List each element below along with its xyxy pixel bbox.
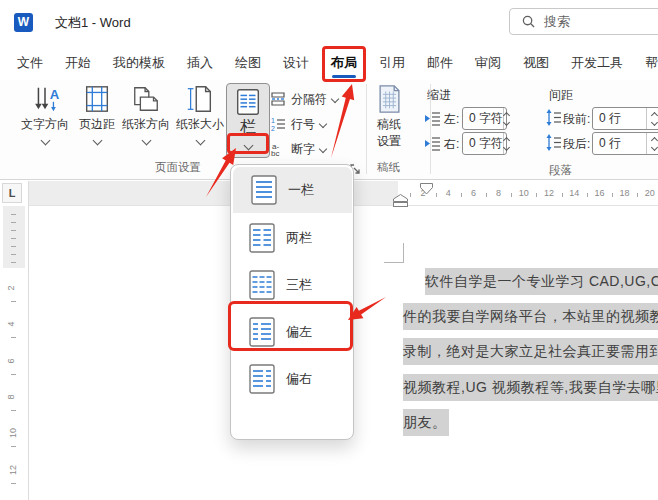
- orientation-label: 纸张方向: [122, 116, 170, 133]
- word-logo-icon: W: [14, 13, 33, 32]
- ruler-tick: [11, 301, 16, 302]
- ruler-number: 4: [6, 322, 16, 327]
- left-indent-marker[interactable]: [393, 194, 408, 207]
- indent-right-value: 0 字符: [463, 135, 503, 152]
- tab-layout[interactable]: 布局: [330, 50, 358, 76]
- spinner-arrows-icon[interactable]: [646, 108, 658, 129]
- tab-layout-label: 布局: [331, 55, 357, 70]
- ruler-number: 14: [569, 188, 579, 198]
- margins-button[interactable]: 页边距: [72, 84, 122, 158]
- hyphenation-icon: a- bc: [270, 141, 286, 157]
- ruler-tick: [587, 193, 588, 197]
- menu-item-left-narrow[interactable]: 偏左: [231, 308, 353, 355]
- first-line-indent-marker[interactable]: [420, 183, 433, 195]
- chevron-down-icon: [195, 136, 205, 146]
- columns-label: 栏: [240, 117, 256, 138]
- tab-mailings[interactable]: 邮件: [426, 50, 454, 76]
- genko-label-2: 设置: [377, 133, 401, 150]
- ruler-tick: [11, 483, 16, 484]
- space-after-label: 段后:: [563, 136, 590, 153]
- spinner-arrows-icon[interactable]: [503, 133, 509, 154]
- hyphenation-button[interactable]: a- bc 断字: [270, 138, 326, 160]
- indent-left-value: 0 字符: [463, 110, 503, 127]
- text-direction-button[interactable]: A 文字方向: [19, 84, 71, 158]
- chevron-down-icon: [92, 136, 102, 146]
- columns-dropdown-menu: 一栏 两栏 三栏: [230, 164, 354, 440]
- vertical-ruler[interactable]: 24681012: [0, 206, 28, 500]
- tab-view[interactable]: 视图: [522, 50, 550, 76]
- text-boundary-crop-mark: [403, 243, 404, 263]
- columns-icon: [233, 87, 263, 117]
- space-before-label: 段前:: [563, 111, 590, 128]
- tab-home[interactable]: 开始: [64, 50, 92, 76]
- line-numbers-icon: 1 2: [270, 116, 286, 132]
- one-column-icon: [251, 175, 277, 205]
- ruler-number: 10: [8, 428, 18, 438]
- tab-design[interactable]: 设计: [282, 50, 310, 76]
- text-direction-icon: A: [30, 84, 60, 114]
- paper-size-button[interactable]: 纸张大小: [174, 84, 226, 158]
- genko-label-1: 稿纸: [377, 116, 401, 133]
- text-direction-label: 文字方向: [21, 116, 69, 133]
- ruler-tick: [11, 230, 16, 231]
- menu-item-right-narrow[interactable]: 偏右: [231, 355, 353, 402]
- ruler-number: 16: [594, 188, 604, 198]
- ruler-tick: [11, 246, 16, 247]
- orientation-icon: [131, 84, 161, 114]
- ruler-tick: [511, 193, 512, 197]
- columns-button[interactable]: 栏: [226, 83, 270, 158]
- indent-heading: 缩进: [427, 87, 451, 104]
- ruler-tick: [536, 193, 537, 197]
- paper-size-icon: [185, 84, 215, 114]
- menu-item-two-columns[interactable]: 两栏: [231, 214, 353, 261]
- document-text-line[interactable]: 件的我要自学网络平台，本站里的视频教: [403, 303, 658, 330]
- tab-draw[interactable]: 绘图: [234, 50, 262, 76]
- menu-item-one-column[interactable]: 一栏: [233, 167, 352, 213]
- indent-right-spinner[interactable]: 0 字符: [462, 132, 507, 155]
- tab-references[interactable]: 引用: [378, 50, 406, 76]
- indent-right-icon: [424, 136, 441, 151]
- breaks-label: 分隔符: [291, 91, 327, 108]
- ruler-number: 4: [446, 188, 451, 198]
- document-title: 文档1 - Word: [55, 14, 131, 32]
- menu-item-three-columns[interactable]: 三栏: [231, 261, 353, 308]
- spinner-arrows-icon[interactable]: [646, 133, 658, 154]
- tab-help[interactable]: 帮助: [644, 50, 658, 76]
- ruler-tick: [637, 193, 638, 197]
- breaks-button[interactable]: 分隔符: [270, 88, 338, 110]
- document-text-line[interactable]: 朋友。: [403, 409, 449, 436]
- genko-setup-button[interactable]: 稿纸 设置: [364, 84, 414, 158]
- tab-developer[interactable]: 开发工具: [570, 50, 624, 76]
- search-icon: [522, 15, 535, 28]
- ruler-tick: [410, 193, 411, 197]
- ruler-tick: [11, 222, 16, 223]
- document-text-line[interactable]: 录制，绝对是大家立足社会真正要需用到: [403, 338, 658, 365]
- chevron-down-icon: [141, 136, 151, 146]
- document-text-line[interactable]: 软件自学是一个专业学习 CAD,UG,C: [403, 268, 658, 295]
- search-input[interactable]: 搜索: [509, 8, 658, 35]
- ruler-number: 8: [6, 394, 16, 399]
- document-text-line[interactable]: 视频教程,UG 视频教程等,我要自学去哪里: [403, 374, 658, 401]
- ruler-tick: [11, 214, 16, 215]
- columns-dropdown-chevron-icon[interactable]: [243, 141, 253, 151]
- space-after-spinner[interactable]: 0 行: [592, 132, 658, 155]
- space-before-spinner[interactable]: 0 行: [592, 107, 658, 130]
- line-numbers-button[interactable]: 1 2 行号: [270, 113, 326, 135]
- menu-item-label: 一栏: [288, 181, 314, 199]
- indent-right-label: 右:: [444, 136, 459, 153]
- indent-left-spinner[interactable]: 0 字符: [462, 107, 507, 130]
- tab-file[interactable]: 文件: [16, 50, 44, 76]
- tab-my-templates[interactable]: 我的模板: [112, 50, 166, 76]
- spinner-arrows-icon[interactable]: [503, 108, 509, 129]
- paper-size-label: 纸张大小: [176, 116, 224, 133]
- text-boundary-crop-mark: [384, 262, 404, 263]
- ruler-tick: [486, 193, 487, 197]
- tab-review[interactable]: 审阅: [474, 50, 502, 76]
- ruler-tick: [11, 254, 16, 255]
- chevron-down-icon: [331, 95, 339, 103]
- tab-selector-button[interactable]: L: [2, 183, 22, 203]
- ruler-tick: [11, 262, 16, 263]
- orientation-button[interactable]: 纸张方向: [120, 84, 172, 158]
- tab-insert[interactable]: 插入: [186, 50, 214, 76]
- ruler-number: 2: [6, 285, 16, 290]
